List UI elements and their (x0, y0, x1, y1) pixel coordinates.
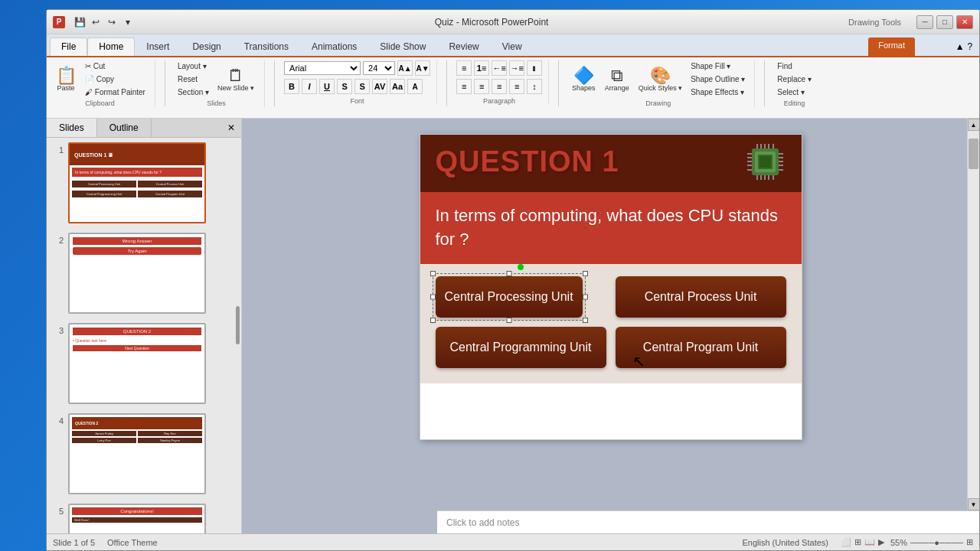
scroll-track[interactable] (968, 131, 979, 498)
ribbon: File Home Insert Design Transitions Anim… (47, 34, 979, 119)
ribbon-collapse-button[interactable]: ▲ (956, 41, 965, 52)
section-button[interactable]: Section ▾ (175, 86, 212, 98)
arrange-button[interactable]: ⧉ Arrange (601, 65, 633, 94)
increase-indent-button[interactable]: →≡ (509, 60, 524, 76)
scroll-up-button[interactable]: ▲ (968, 119, 980, 131)
save-qat-button[interactable]: 💾 (73, 15, 87, 29)
answer-button-4[interactable]: Central Program Unit (616, 327, 786, 368)
ribbon-group-clipboard: 📋 Paste ✂ Cut 📄 Copy 🖌 Format Painter Cl… (51, 60, 155, 107)
slide-thumbnail-5[interactable]: 5 Congratulations! Well Done! (50, 502, 238, 533)
shape-outline-button[interactable]: Shape Outline ▾ (688, 73, 748, 85)
bullets-button[interactable]: ≡ (456, 60, 472, 76)
columns-button[interactable]: ⫾ (527, 60, 542, 76)
qat-dropdown-button[interactable]: ▾ (121, 15, 135, 29)
view-normal-button[interactable]: ⬜ (841, 537, 851, 547)
maximize-button[interactable]: □ (936, 15, 953, 29)
handle-bc[interactable] (506, 318, 511, 323)
slide-preview-3: QUESTION 2 • Question text here Next Que… (68, 323, 206, 404)
tab-file[interactable]: File (50, 37, 87, 56)
notes-bar[interactable]: Click to add notes (437, 510, 979, 533)
copy-button[interactable]: 📄 Copy (82, 73, 149, 85)
shape-fill-button[interactable]: Shape Fill ▾ (688, 60, 748, 72)
italic-button[interactable]: I (302, 79, 317, 94)
tab-animations[interactable]: Animations (300, 37, 368, 56)
paste-button[interactable]: 📋 Paste (51, 65, 80, 94)
replace-button[interactable]: Replace ▾ (774, 73, 814, 85)
tab-format[interactable]: Format (868, 37, 915, 56)
numbering-button[interactable]: 1≡ (474, 60, 489, 76)
tab-view[interactable]: View (491, 37, 534, 56)
shadow-button[interactable]: S (354, 79, 370, 94)
tab-design[interactable]: Design (181, 37, 232, 56)
zoom-slider[interactable]: ────●──── (910, 538, 963, 547)
shape-effects-button[interactable]: Shape Effects ▾ (688, 86, 748, 98)
reset-button[interactable]: Reset (175, 73, 212, 85)
tab-insert[interactable]: Insert (135, 37, 181, 56)
slide-thumbnail-4[interactable]: 4 QUESTION 2 James Fraley Ray Hen Larry … (50, 412, 238, 496)
format-painter-button[interactable]: 🖌 Format Painter (82, 86, 149, 98)
answer-button-3[interactable]: Central Programming Unit (436, 327, 606, 368)
tab-transitions[interactable]: Transitions (233, 37, 300, 56)
view-slideshow-button[interactable]: ▶ (878, 537, 884, 547)
tab-slideshow[interactable]: Slide Show (368, 37, 437, 56)
char-spacing-button[interactable]: AV (372, 79, 387, 94)
line-spacing-button[interactable]: ↕ (527, 79, 542, 94)
justify-button[interactable]: ≡ (509, 79, 524, 94)
tab-home[interactable]: Home (87, 37, 135, 56)
close-button[interactable]: ✕ (956, 15, 973, 29)
sidebar-close-button[interactable]: ✕ (221, 119, 241, 137)
answer-button-2[interactable]: Central Process Unit (616, 276, 786, 318)
font-name-select[interactable]: Arial (284, 61, 361, 75)
handle-mr[interactable] (583, 294, 588, 299)
handle-tc[interactable] (506, 271, 511, 276)
help-button[interactable]: ? (968, 41, 973, 52)
sidebar-tab-outline[interactable]: Outline (97, 119, 152, 137)
sidebar-tab-slides[interactable]: Slides (47, 119, 97, 137)
handle-bl[interactable] (430, 318, 436, 323)
cut-button[interactable]: ✂ Cut (82, 60, 149, 72)
change-case-button[interactable]: Aa (390, 79, 405, 94)
bold-button[interactable]: B (284, 79, 299, 94)
align-right-button[interactable]: ≡ (492, 79, 507, 94)
handle-ml[interactable] (430, 294, 436, 299)
shapes-button[interactable]: 🔷 Shapes (568, 65, 599, 94)
font-color-button[interactable]: A (407, 79, 423, 94)
layout-button[interactable]: Layout ▾ (175, 60, 212, 72)
strikethrough-button[interactable]: S (337, 79, 352, 94)
align-left-button[interactable]: ≡ (456, 79, 472, 94)
answer-button-1[interactable]: Central Processing Unit (436, 276, 583, 318)
sidebar-scroll[interactable]: 1 QUESTION 1 🖥 In terms of computing, wh… (47, 138, 241, 533)
slide-thumbnail-2[interactable]: 2 Wrong Answer Try Again (50, 231, 238, 315)
decrease-font-button[interactable]: A▼ (415, 60, 430, 76)
find-button[interactable]: Find (774, 60, 814, 72)
view-reading-button[interactable]: 📖 (864, 537, 875, 547)
select-button[interactable]: Select ▾ (774, 86, 814, 98)
decrease-indent-button[interactable]: ←≡ (492, 60, 507, 76)
undo-qat-button[interactable]: ↩ (89, 15, 103, 29)
handle-tr[interactable] (583, 271, 588, 276)
editing-label: Editing (784, 99, 805, 107)
handle-tl[interactable] (430, 271, 436, 276)
underline-button[interactable]: U (319, 79, 335, 94)
quick-access-toolbar: 💾 ↩ ↪ ▾ (73, 15, 135, 29)
ribbon-group-drawing: 🔷 Shapes ⧉ Arrange 🎨 Quick Styles ▾ Shap… (568, 60, 755, 107)
slide-thumbnail-1[interactable]: 1 QUESTION 1 🖥 In terms of computing, wh… (50, 141, 238, 225)
vertical-scrollbar[interactable]: ▲ ▼ (967, 119, 979, 510)
redo-qat-button[interactable]: ↪ (105, 15, 119, 29)
slide-thumbnail-3[interactable]: 3 QUESTION 2 • Question text here Next Q… (50, 321, 238, 406)
tab-review[interactable]: Review (437, 37, 490, 56)
view-slide-sorter-button[interactable]: ⊞ (854, 537, 861, 547)
slide-canvas[interactable]: QUESTION 1 (420, 134, 802, 440)
zoom-fit-button[interactable]: ⊞ (966, 537, 973, 547)
scroll-down-button[interactable]: ▼ (968, 498, 980, 510)
ribbon-tab-bar: File Home Insert Design Transitions Anim… (47, 34, 979, 57)
quick-styles-button[interactable]: 🎨 Quick Styles ▾ (635, 65, 687, 94)
increase-font-button[interactable]: A▲ (397, 60, 413, 76)
scroll-thumb[interactable] (969, 139, 978, 169)
align-center-button[interactable]: ≡ (474, 79, 489, 94)
font-size-select[interactable]: 24 (363, 61, 395, 75)
handle-br[interactable] (583, 318, 588, 323)
slides-label: Slides (207, 99, 226, 107)
new-slide-button[interactable]: 🗒 New Slide ▾ (214, 65, 258, 94)
minimize-button[interactable]: ─ (916, 15, 933, 29)
